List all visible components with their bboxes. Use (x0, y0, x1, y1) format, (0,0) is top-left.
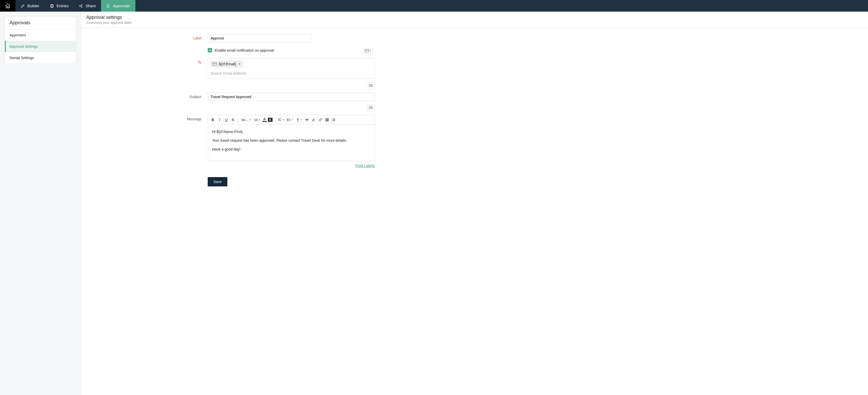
rich-text-editor: B I U S Ve… ▾ 10 ▾ (208, 115, 375, 161)
font-color-button[interactable]: A (262, 118, 267, 122)
link-icon (318, 118, 322, 122)
list-button[interactable]: ▾ (286, 118, 294, 121)
tab-share[interactable]: Share (74, 0, 101, 11)
chevron-down-icon: ▾ (259, 119, 260, 121)
message-label: Message (81, 115, 208, 121)
tab-entries[interactable]: Entries (45, 0, 74, 11)
envelope-icon (213, 63, 217, 66)
label-field-label: Label (81, 34, 208, 40)
svg-rect-8 (369, 107, 372, 109)
entries-icon (50, 4, 54, 8)
sidebar-item-approvers[interactable]: Approvers (5, 29, 76, 41)
insert-field-icon (369, 84, 373, 87)
font-family-select[interactable]: Ve… ▾ (240, 118, 252, 122)
highlight-color-button[interactable]: A (268, 118, 273, 122)
svg-point-9 (287, 119, 288, 119)
svg-rect-12 (326, 119, 328, 121)
message-line: Hi ${zf:Name.First}, (212, 129, 370, 135)
message-line: Have a good day! (212, 146, 370, 153)
svg-point-13 (333, 119, 333, 119)
share-icon (79, 4, 83, 8)
envelope-icon (365, 49, 369, 53)
email-search-input[interactable] (209, 69, 357, 77)
insert-field-icon (369, 106, 373, 109)
to-field[interactable]: ${zf:Email} (208, 58, 375, 79)
subject-label: Subject (81, 93, 208, 99)
sidebar-item-denial-settings[interactable]: Denial Settings (5, 52, 76, 64)
font-size-value: 10 (254, 118, 257, 122)
page-title: Approval settings (86, 15, 863, 20)
top-nav: Builder Entries Share Approvals (0, 0, 868, 11)
sidebar-item-label: Approval Settings (9, 44, 38, 48)
font-size-select[interactable]: 10 ▾ (253, 118, 261, 122)
quote-button[interactable] (304, 117, 310, 123)
sidebar-item-approval-settings[interactable]: Approval Settings (5, 41, 76, 52)
align-left-icon (278, 118, 282, 121)
enable-email-checkbox[interactable] (208, 48, 212, 53)
svg-point-14 (334, 120, 335, 120)
home-icon (5, 3, 10, 9)
to-label: To (81, 58, 208, 64)
remove-chip-button[interactable] (238, 62, 241, 66)
svg-point-10 (287, 120, 288, 120)
svg-point-11 (287, 121, 288, 121)
sidebar-item-label: Approvers (9, 33, 26, 37)
builder-icon (21, 4, 25, 8)
page-subtitle: Customize your approval label. (86, 21, 863, 25)
sidebar-item-label: Denial Settings (9, 56, 34, 60)
link-button[interactable] (317, 117, 323, 123)
field-labels-link[interactable]: Field Labels (355, 164, 375, 168)
tab-entries-label: Entries (57, 4, 69, 8)
chevron-down-icon: ▾ (292, 119, 293, 121)
align-button[interactable]: ▾ (277, 118, 285, 121)
indent-button[interactable]: ▾ (295, 118, 303, 122)
svg-rect-7 (369, 85, 372, 87)
chevron-down-icon: ▾ (250, 119, 251, 121)
check-icon (209, 49, 211, 52)
email-options-button[interactable]: ▾ (363, 48, 373, 54)
chevron-down-icon: ▾ (370, 50, 371, 52)
italic-button[interactable]: I (217, 117, 222, 123)
indent-icon (296, 118, 300, 122)
hr-button[interactable] (331, 117, 337, 123)
approvals-icon (106, 4, 110, 8)
bold-button[interactable]: B (210, 117, 216, 123)
save-button[interactable]: Save (208, 177, 227, 187)
enable-email-text: Enable email notification on approval (215, 48, 274, 53)
sidebar: Approvals Approvers Approval Settings De… (0, 11, 81, 395)
tab-builder-label: Builder (27, 4, 39, 8)
label-input[interactable] (208, 34, 311, 42)
eraser-icon (312, 118, 315, 122)
chevron-down-icon: ▾ (301, 119, 302, 121)
email-chip-text: ${zf:Email} (219, 62, 236, 66)
home-button[interactable] (0, 0, 16, 11)
table-button[interactable] (324, 117, 330, 123)
clear-format-button[interactable] (311, 117, 316, 123)
save-button-label: Save (213, 180, 222, 184)
underline-button[interactable]: U (223, 117, 229, 123)
email-chip: ${zf:Email} (210, 60, 243, 68)
subject-input[interactable] (208, 93, 375, 101)
insert-field-button[interactable] (367, 83, 375, 90)
quote-icon (305, 118, 309, 121)
tab-share-label: Share (86, 4, 96, 8)
list-icon (287, 118, 291, 121)
chevron-down-icon: ▾ (283, 119, 284, 121)
editor-body[interactable]: Hi ${zf:Name.First}, Your travel request… (208, 125, 375, 161)
insert-field-button[interactable] (367, 104, 375, 112)
close-icon (238, 63, 241, 65)
page-header: Approval settings Customize your approva… (81, 11, 868, 28)
tab-approvals-label: Approvals (113, 4, 130, 8)
editor-toolbar: B I U S Ve… ▾ 10 ▾ (208, 115, 375, 125)
table-icon (325, 118, 329, 122)
settings-lines-icon (332, 118, 336, 122)
svg-point-15 (333, 120, 334, 121)
tab-builder[interactable]: Builder (16, 0, 45, 11)
font-family-value: Ve… (241, 118, 249, 122)
tab-approvals[interactable]: Approvals (101, 0, 135, 11)
strikethrough-button[interactable]: S (230, 117, 236, 123)
sidebar-title: Approvals (5, 17, 76, 29)
message-line: Your travel request has been approved. P… (212, 138, 370, 144)
